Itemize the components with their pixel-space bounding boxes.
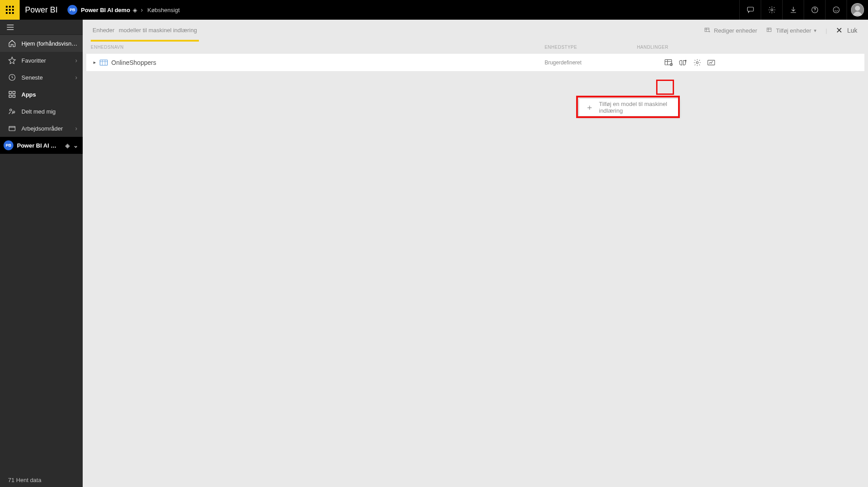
workspaces-icon <box>8 124 16 132</box>
chevron-down-icon: ▾ <box>814 28 817 34</box>
settings-button[interactable] <box>761 0 782 20</box>
toolbar-separator: | <box>823 27 830 34</box>
breadcrumb-workspace-badge: PB <box>67 5 77 15</box>
column-header-name: ENHEDSNAVN <box>91 45 544 50</box>
action-insights-button[interactable] <box>707 58 716 68</box>
workspace-badge: PB <box>4 140 13 150</box>
svg-point-28 <box>685 59 687 61</box>
feedback-button[interactable] <box>825 0 847 20</box>
expand-row-button[interactable]: ▸ <box>93 59 96 65</box>
svg-rect-22 <box>9 127 15 131</box>
add-entities-button[interactable]: Tilføj enheder ▾ <box>763 25 819 36</box>
sidebar-label-home: Hjem (forhåndsvisning) <box>21 40 77 47</box>
download-button[interactable] <box>782 0 804 20</box>
insights-icon <box>707 59 716 67</box>
svg-rect-25 <box>100 60 108 65</box>
tab-entities-label: Enheder <box>93 27 114 34</box>
close-button[interactable]: ✕ Luk <box>833 24 860 37</box>
premium-diamond-icon: ◈ <box>133 7 137 13</box>
svg-point-20 <box>10 109 12 111</box>
app-launcher-button[interactable] <box>0 0 20 20</box>
edit-entities-button[interactable]: Rediger enheder <box>701 25 760 36</box>
svg-rect-3 <box>6 9 8 11</box>
svg-point-10 <box>771 9 773 11</box>
sidebar-label-workspaces: Arbejdsområder <box>21 125 70 132</box>
svg-rect-5 <box>12 9 14 11</box>
premium-diamond-icon: ◈ <box>65 142 70 149</box>
action-view-data-button[interactable] <box>664 58 674 68</box>
hamburger-icon <box>6 24 14 30</box>
table-row: ▸ OnlineShoppers Brugerdefineret <box>86 53 864 71</box>
page-toolbar: Enheder modeller til maskinel indlæring … <box>83 20 868 41</box>
plus-icon: ＋ <box>586 102 594 113</box>
svg-rect-19 <box>13 95 15 97</box>
entity-type: Brugerdefineret <box>544 59 637 66</box>
tab-ml-models-label: modeller til maskinel indlæring <box>119 27 197 34</box>
sidebar: Hjem (forhåndsvisning) Favoritter › Sene… <box>0 20 83 487</box>
brand-label: Power BI <box>25 5 58 15</box>
breadcrumb-workspace[interactable]: Power BI AI demo <box>81 7 130 13</box>
svg-rect-16 <box>9 91 11 93</box>
add-ml-model-label: Tilføj en model til maskinel indlæring <box>599 101 673 114</box>
action-settings-button[interactable] <box>692 58 702 68</box>
svg-rect-6 <box>6 12 8 14</box>
chevron-down-icon: ⌄ <box>73 142 78 149</box>
svg-rect-30 <box>708 60 714 65</box>
sidebar-item-apps[interactable]: Apps <box>0 86 83 103</box>
svg-rect-23 <box>705 28 709 32</box>
svg-point-27 <box>670 63 672 65</box>
breadcrumb-chevron-icon: › <box>141 6 143 13</box>
sidebar-item-workspaces[interactable]: Arbejdsområder › <box>0 120 83 137</box>
svg-rect-18 <box>9 95 11 97</box>
help-icon <box>811 6 819 14</box>
workspace-selector-label: Power BI AI … <box>17 142 62 149</box>
get-data-label: 71 Hent data <box>8 477 41 483</box>
gear-icon <box>768 6 776 14</box>
svg-rect-0 <box>6 6 8 8</box>
table-entity-icon <box>100 59 108 66</box>
close-icon: ✕ <box>836 25 843 35</box>
sidebar-item-home[interactable]: Hjem (forhåndsvisning) <box>0 35 83 52</box>
svg-point-14 <box>855 6 860 10</box>
notifications-button[interactable] <box>739 0 761 20</box>
column-header-actions: HANDLINGER <box>637 45 860 50</box>
account-button[interactable] <box>847 0 868 20</box>
shared-icon <box>8 107 16 115</box>
svg-point-29 <box>696 61 699 64</box>
download-icon <box>789 6 797 14</box>
chat-icon <box>746 6 754 14</box>
tab-group: Enheder modeller til maskinel indlæring <box>91 20 199 41</box>
add-entities-label: Tilføj enheder <box>776 27 811 34</box>
tab-entities[interactable]: Enheder modeller til maskinel indlæring <box>91 20 199 41</box>
svg-rect-26 <box>665 59 672 65</box>
smile-icon <box>832 6 840 14</box>
sidebar-item-recent[interactable]: Seneste › <box>0 69 83 86</box>
svg-rect-9 <box>747 7 754 11</box>
svg-rect-4 <box>9 9 11 11</box>
brain-icon <box>678 59 687 67</box>
svg-rect-1 <box>9 6 11 8</box>
svg-rect-24 <box>767 28 771 32</box>
entity-name[interactable]: OnlineShoppers <box>111 59 156 66</box>
avatar <box>851 3 864 17</box>
get-data-link[interactable]: 71 Hent data <box>0 473 83 487</box>
home-icon <box>8 39 16 47</box>
svg-rect-8 <box>12 12 14 14</box>
sidebar-item-shared[interactable]: Delt med mig <box>0 103 83 120</box>
column-header-type: ENHEDSTYPE <box>544 45 637 50</box>
sidebar-collapse-button[interactable] <box>0 20 83 35</box>
apps-icon <box>8 90 16 98</box>
add-ml-model-dropdown[interactable]: ＋ Tilføj en model til maskinel indlæring <box>579 98 679 116</box>
row-actions <box>637 58 860 68</box>
workspace-selector[interactable]: PB Power BI AI … ◈ ⌄ <box>0 137 83 154</box>
sidebar-item-favorites[interactable]: Favoritter › <box>0 52 83 69</box>
gear-icon <box>693 59 702 67</box>
star-icon <box>8 56 16 64</box>
top-bar: Power BI PB Power BI AI demo ◈ › Købshen… <box>0 0 868 20</box>
svg-rect-2 <box>12 6 14 8</box>
action-ml-model-button[interactable] <box>678 58 688 68</box>
clock-icon <box>8 73 16 81</box>
help-button[interactable] <box>804 0 825 20</box>
sidebar-label-shared: Delt med mig <box>21 108 77 115</box>
chevron-right-icon: › <box>75 74 77 81</box>
